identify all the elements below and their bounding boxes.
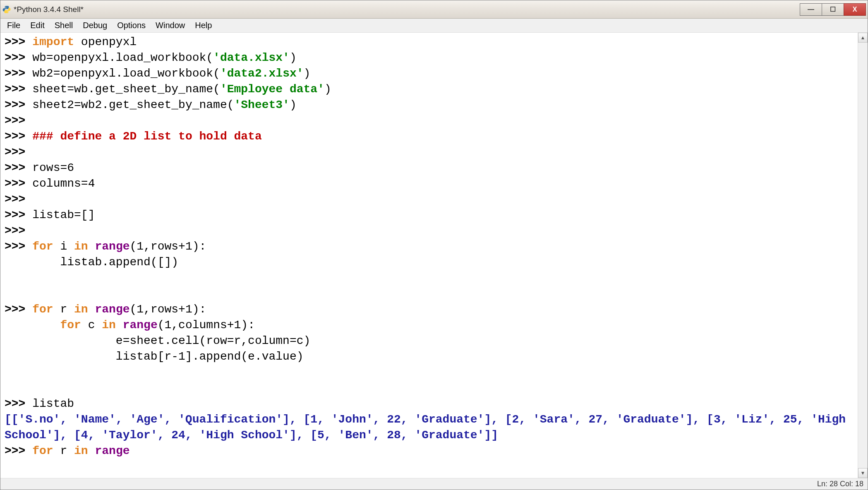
prompt: >>> xyxy=(5,98,32,111)
indent xyxy=(5,334,116,347)
menu-help[interactable]: Help xyxy=(190,19,217,32)
code-text: sheet=wb.get_sheet_by_name( xyxy=(32,83,220,96)
code-text: listab=[] xyxy=(32,209,95,221)
code-text: i xyxy=(53,240,74,253)
prompt: >>> xyxy=(5,177,32,190)
code-text: listab xyxy=(32,397,74,410)
keyword-in: in xyxy=(74,444,88,457)
code-text: e=sheet.cell(row=r,column=c) xyxy=(116,334,310,347)
prompt: >>> xyxy=(5,193,32,206)
menu-window[interactable]: Window xyxy=(151,19,190,32)
prompt: >>> xyxy=(5,51,32,64)
string-literal: 'Sheet3' xyxy=(234,98,290,111)
indent xyxy=(5,350,116,363)
string-literal: 'data.xlsx' xyxy=(213,51,290,64)
content-area: >>> import openpyxl >>> wb=openpyxl.load… xyxy=(0,33,868,478)
code-text: r xyxy=(53,444,74,457)
code-text: listab[r-1].append(e.value) xyxy=(116,350,304,363)
string-literal: 'data2.xlsx' xyxy=(220,67,304,80)
code-text: listab.append([]) xyxy=(60,256,178,269)
code-text: wb2=openpyxl.load_workbook( xyxy=(32,67,220,80)
shell-output[interactable]: >>> import openpyxl >>> wb=openpyxl.load… xyxy=(0,33,858,478)
window-controls: — ☐ X xyxy=(800,3,866,16)
prompt: >>> xyxy=(5,67,32,80)
builtin-range: range xyxy=(95,303,129,316)
titlebar: *Python 3.4.4 Shell* — ☐ X xyxy=(0,0,868,19)
code-text: c xyxy=(81,319,102,331)
prompt: >>> xyxy=(5,83,32,96)
keyword-in: in xyxy=(102,319,116,331)
comment: ### define a 2D list to hold data xyxy=(32,130,262,143)
prompt: >>> xyxy=(5,397,32,410)
prompt: >>> xyxy=(5,146,32,159)
code-text: ) xyxy=(290,98,297,111)
menu-edit[interactable]: Edit xyxy=(25,19,49,32)
menu-shell[interactable]: Shell xyxy=(50,19,78,32)
minimize-button[interactable]: — xyxy=(800,3,822,16)
indent xyxy=(5,319,60,331)
keyword-import: import xyxy=(32,36,74,48)
scroll-down-icon[interactable]: ▼ xyxy=(858,468,868,478)
close-button[interactable]: X xyxy=(844,3,866,16)
scroll-track[interactable] xyxy=(858,43,868,468)
keyword-for: for xyxy=(32,444,53,457)
menu-options[interactable]: Options xyxy=(112,19,151,32)
vertical-scrollbar[interactable]: ▲ ▼ xyxy=(858,33,868,478)
code-text: columns=4 xyxy=(32,177,95,190)
prompt: >>> xyxy=(5,114,32,127)
maximize-button[interactable]: ☐ xyxy=(822,3,844,16)
prompt: >>> xyxy=(5,240,32,253)
indent xyxy=(5,256,60,269)
app-window: *Python 3.4.4 Shell* — ☐ X File Edit She… xyxy=(0,0,868,490)
prompt: >>> xyxy=(5,209,32,221)
code-text: wb=openpyxl.load_workbook( xyxy=(32,51,213,64)
keyword-for: for xyxy=(32,240,53,253)
keyword-in: in xyxy=(74,240,88,253)
statusbar: Ln: 28 Col: 18 xyxy=(0,478,868,490)
code-text: (1,rows+1): xyxy=(130,240,206,253)
builtin-range: range xyxy=(95,444,129,457)
prompt: >>> xyxy=(5,36,32,48)
keyword-for: for xyxy=(32,303,53,316)
code-text: rows=6 xyxy=(32,161,74,174)
builtin-range: range xyxy=(123,319,158,331)
code-text: openpyxl xyxy=(74,36,137,48)
window-title: *Python 3.4.4 Shell* xyxy=(14,5,800,14)
prompt: >>> xyxy=(5,161,32,174)
menu-file[interactable]: File xyxy=(2,19,25,32)
builtin-range: range xyxy=(95,240,129,253)
code-text: r xyxy=(53,303,74,316)
scroll-up-icon[interactable]: ▲ xyxy=(858,33,868,43)
prompt: >>> xyxy=(5,130,32,143)
menubar: File Edit Shell Debug Options Window Hel… xyxy=(0,19,868,33)
cursor-position: Ln: 28 Col: 18 xyxy=(817,480,863,488)
code-text: ) xyxy=(290,51,297,64)
output-text: [['S.no', 'Name', 'Age', 'Qualification'… xyxy=(5,413,853,442)
code-text: ) xyxy=(324,83,331,96)
code-text: ) xyxy=(304,67,311,80)
string-literal: 'Employee data' xyxy=(220,83,324,96)
keyword-for: for xyxy=(60,319,81,331)
prompt: >>> xyxy=(5,303,32,316)
prompt: >>> xyxy=(5,444,32,457)
code-text: sheet2=wb2.get_sheet_by_name( xyxy=(32,98,234,111)
code-text: (1,columns+1): xyxy=(158,319,255,331)
code-text: (1,rows+1): xyxy=(130,303,206,316)
menu-debug[interactable]: Debug xyxy=(78,19,112,32)
keyword-in: in xyxy=(74,303,88,316)
prompt: >>> xyxy=(5,224,32,237)
python-icon xyxy=(2,5,11,14)
